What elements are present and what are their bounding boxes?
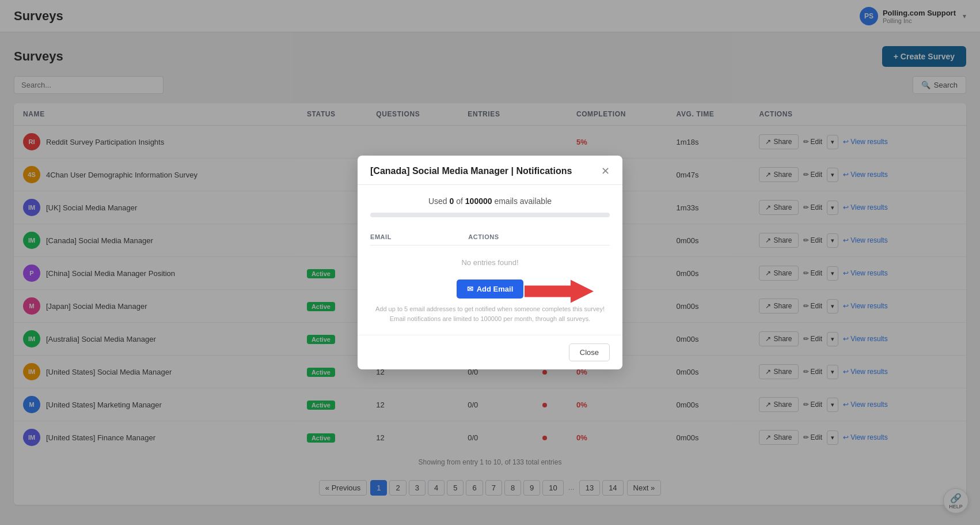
actions-col: ACTIONS (468, 229, 610, 245)
modal-close-footer-button[interactable]: Close (569, 343, 610, 361)
usage-mid: of (454, 197, 465, 206)
notifications-modal: [Canada] Social Media Manager | Notifica… (358, 156, 622, 369)
email-icon: ✉ (467, 285, 473, 293)
email-table-header: EMAIL ACTIONS (370, 229, 610, 245)
modal-overlay[interactable]: [Canada] Social Media Manager | Notifica… (0, 0, 980, 525)
modal-title: [Canada] Social Media Manager | Notifica… (370, 166, 572, 176)
no-entries-row: No entries found! (370, 245, 610, 280)
email-table: EMAIL ACTIONS No entries found! (370, 229, 610, 280)
modal-note: Add up to 5 email addresses to get notif… (370, 304, 610, 323)
usage-bar (370, 213, 610, 217)
usage-total: 100000 (465, 197, 492, 206)
modal-header: [Canada] Social Media Manager | Notifica… (358, 156, 622, 185)
usage-suffix: emails available (492, 197, 552, 206)
add-email-wrap: ✉ Add Email (370, 280, 610, 304)
no-entries-cell: No entries found! (370, 245, 610, 280)
red-arrow (525, 277, 594, 307)
svg-marker-0 (525, 280, 594, 303)
usage-prefix: Used (428, 197, 450, 206)
modal-body: Used 0 of 100000 emails available EMAIL … (358, 185, 622, 335)
email-col: EMAIL (370, 229, 468, 245)
modal-close-button[interactable]: ✕ (601, 166, 610, 176)
modal-footer: Close (358, 335, 622, 369)
add-email-button[interactable]: ✉ Add Email (457, 280, 524, 299)
modal-usage: Used 0 of 100000 emails available (370, 197, 610, 206)
